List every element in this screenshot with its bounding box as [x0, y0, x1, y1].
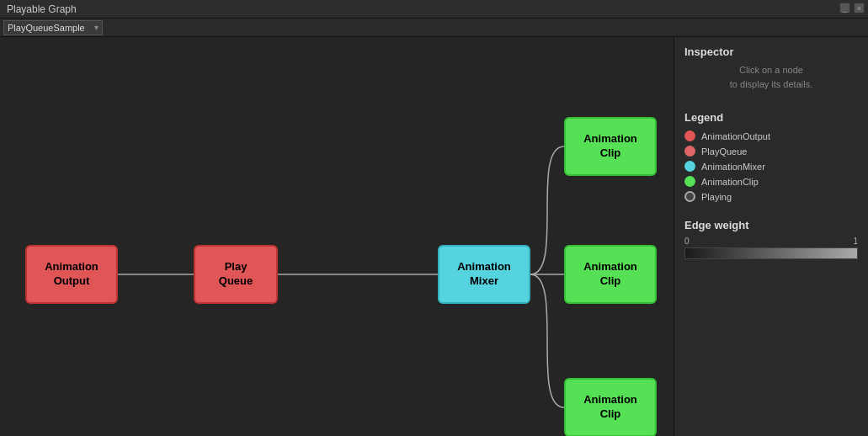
legend-dot — [684, 161, 695, 172]
edges-svg — [0, 37, 674, 436]
edge-weight-max: 1 — [853, 237, 858, 246]
legend-label: AnimationOutput — [701, 131, 770, 141]
legend-dot — [684, 146, 695, 157]
legend-dot — [684, 176, 695, 187]
legend-dot — [684, 130, 695, 141]
inspector-panel: Inspector Click on a node to display its… — [674, 37, 868, 436]
title-bar-text: Playable Graph — [7, 3, 77, 15]
legend-label: AnimationMixer — [701, 162, 765, 172]
edge-line — [530, 274, 564, 407]
node-animation-mixer[interactable]: Animation Mixer — [438, 245, 530, 304]
legend-dot — [684, 191, 695, 202]
edge-weight-title: Edge weight — [684, 219, 858, 231]
title-bar: Playable Graph _ × — [0, 0, 868, 19]
legend-item: PlayQueue — [684, 146, 858, 157]
legend-item: AnimationOutput — [684, 130, 858, 141]
close-button[interactable]: × — [854, 3, 865, 13]
minimize-button[interactable]: _ — [839, 3, 850, 13]
canvas-area: Animation OutputPlay QueueAnimation Mixe… — [0, 37, 674, 436]
graph-selector[interactable]: PlayQueueSample — [3, 20, 103, 35]
legend-label: Playing — [701, 192, 732, 202]
legend-item: Playing — [684, 191, 858, 202]
node-play-queue[interactable]: Play Queue — [194, 245, 278, 304]
inspector-title: Inspector — [684, 45, 858, 58]
title-bar-controls: _ × — [839, 3, 865, 13]
legend-item: AnimationMixer — [684, 161, 858, 172]
edge-line — [530, 146, 564, 274]
node-animation-clip-bot[interactable]: Animation Clip — [564, 378, 657, 436]
node-animation-clip-top[interactable]: Animation Clip — [564, 117, 657, 176]
edge-weight-bar — [684, 247, 858, 259]
legend-item: AnimationClip — [684, 176, 858, 187]
node-animation-output[interactable]: Animation Output — [25, 245, 118, 304]
edge-weight-min: 0 — [684, 237, 690, 246]
node-animation-clip-mid[interactable]: Animation Clip — [564, 245, 657, 304]
legend-label: AnimationClip — [701, 177, 759, 187]
legend-label: PlayQueue — [701, 146, 747, 157]
toolbar: PlayQueueSample ▼ — [0, 19, 868, 37]
legend-title: Legend — [684, 111, 858, 124]
edge-weight-labels: 0 1 — [684, 237, 858, 246]
graph-selector-wrap[interactable]: PlayQueueSample ▼ — [3, 19, 103, 35]
inspector-hint: Click on a node to display its details. — [684, 63, 858, 91]
legend-items: AnimationOutputPlayQueueAnimationMixerAn… — [684, 130, 858, 202]
